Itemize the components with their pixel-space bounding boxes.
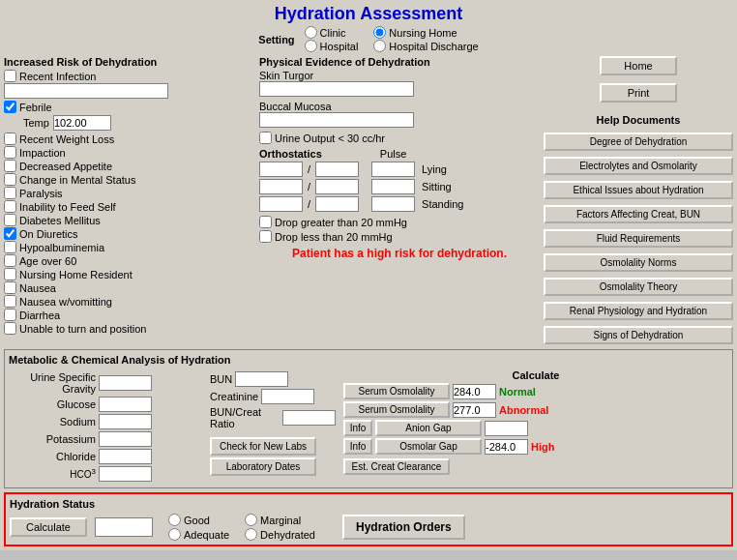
hydration-orders-btn[interactable]: Hydration Orders <box>342 515 465 540</box>
sitting-label: Sitting <box>422 181 452 192</box>
hydration-status-input[interactable] <box>95 517 153 537</box>
decreased-appetite-checkbox[interactable] <box>4 160 16 172</box>
decreased-appetite-label: Decreased Appetite <box>19 161 112 172</box>
skin-turgor-input[interactable] <box>259 81 414 97</box>
buccal-mucosa-input[interactable] <box>259 112 414 128</box>
serum-osmolality-value-1[interactable] <box>453 384 496 399</box>
inability-feed-self-checkbox[interactable] <box>4 200 16 213</box>
nausea-vomitting-label: Nausea w/vomitting <box>19 296 112 308</box>
help-fluid-requirements[interactable]: Fluid Requirements <box>544 229 733 248</box>
standing-label: Standing <box>422 198 463 210</box>
hydration-calculate-btn[interactable]: Calculate <box>10 517 87 537</box>
hydration-marginal-radio[interactable] <box>245 514 257 526</box>
laboratory-dates-button[interactable]: Laboratory Dates <box>210 457 316 476</box>
temp-input[interactable] <box>53 115 111 131</box>
hydration-good-radio[interactable] <box>168 514 181 526</box>
bun-creat-ratio-label: BUN/Creat Ratio <box>210 406 280 429</box>
unable-turn-checkbox[interactable] <box>4 322 16 335</box>
on-diuretics-checkbox[interactable] <box>4 227 16 240</box>
help-renal-physiology[interactable]: Renal Physiology and Hydration <box>544 302 733 320</box>
help-electrolytes-osmolarity[interactable]: Electrolytes and Osmolarity <box>544 157 733 175</box>
impaction-label: Impaction <box>19 147 66 159</box>
est-creat-clearance-btn[interactable]: Est. Creat Clearance <box>343 458 450 475</box>
impaction-checkbox[interactable] <box>4 146 16 159</box>
bun-input[interactable] <box>235 371 288 387</box>
skin-turgor-label: Skin Turgor <box>259 70 540 81</box>
urine-output-checkbox[interactable] <box>259 132 272 144</box>
ortho-sitting-sys[interactable] <box>259 179 303 194</box>
anion-gap-value[interactable] <box>485 421 528 436</box>
ortho-standing-sys[interactable] <box>259 196 303 212</box>
serum-osmolality-btn-1[interactable]: Serum Osmolality <box>343 383 450 399</box>
potassium-label: Potassium <box>9 433 96 445</box>
glucose-input[interactable] <box>99 397 152 412</box>
osmolar-gap-btn[interactable]: Osmolar Gap <box>375 438 482 455</box>
diarrhea-checkbox[interactable] <box>4 309 16 321</box>
hco3-input[interactable] <box>99 466 152 482</box>
nausea-checkbox[interactable] <box>4 281 16 294</box>
recent-infection-label: Recent Infection <box>19 71 97 82</box>
ortho-sitting-dia[interactable] <box>315 179 359 194</box>
setting-clinic-radio[interactable] <box>305 26 317 39</box>
ortho-lying-pulse[interactable] <box>371 162 415 177</box>
drop-less-20-checkbox[interactable] <box>259 230 272 243</box>
serum-osmolality-status-2: Abnormal <box>499 404 548 416</box>
help-ethical-issues[interactable]: Ethical Issues about Hydration <box>544 181 733 199</box>
setting-clinic-label: Clinic <box>320 27 346 39</box>
nausea-vomitting-checkbox[interactable] <box>4 295 16 308</box>
print-button[interactable]: Print <box>600 83 677 103</box>
paralysis-checkbox[interactable] <box>4 187 16 199</box>
recent-weight-loss-checkbox[interactable] <box>4 133 16 145</box>
sodium-label: Sodium <box>9 416 96 427</box>
osmolar-gap-value[interactable] <box>485 439 528 455</box>
creatinine-input[interactable] <box>261 389 314 404</box>
drop-greater-20-checkbox[interactable] <box>259 216 272 228</box>
serum-osmolality-value-2[interactable] <box>453 402 496 418</box>
hydration-dehydrated-radio[interactable] <box>245 528 257 541</box>
help-osmolality-theory[interactable]: Osmolality Theory <box>544 278 733 296</box>
buccal-mucosa-label: Buccal Mucosa <box>259 101 540 112</box>
chloride-label: Chloride <box>9 451 96 462</box>
ortho-sitting-pulse[interactable] <box>371 179 415 194</box>
change-mental-status-checkbox[interactable] <box>4 173 16 186</box>
ortho-standing-pulse[interactable] <box>371 196 415 212</box>
orthostatics-label: Orthostatics <box>259 148 322 160</box>
nursing-home-resident-checkbox[interactable] <box>4 268 16 280</box>
setting-hospital-discharge-radio[interactable] <box>373 40 386 52</box>
osmolar-gap-info-btn[interactable]: Info <box>343 438 372 455</box>
help-degree-dehydration[interactable]: Degree of Dehydration <box>544 133 733 151</box>
help-signs-dehydration[interactable]: Signs of Dehydration <box>544 326 733 344</box>
serum-osmolality-btn-2[interactable]: Serum Osmolality <box>343 401 450 418</box>
bun-label: BUN <box>210 373 232 385</box>
setting-hospital-radio[interactable] <box>305 40 317 52</box>
hypoalbuminemia-checkbox[interactable] <box>4 241 16 253</box>
check-new-labs-button[interactable]: Check for New Labs <box>210 437 316 456</box>
metabolic-header: Metabolic & Chemical Analysis of Hydrati… <box>9 354 728 366</box>
potassium-input[interactable] <box>99 431 152 447</box>
help-factors-affecting[interactable]: Factors Affecting Creat, BUN <box>544 205 733 223</box>
diabetes-mellitus-checkbox[interactable] <box>4 214 16 226</box>
setting-hospital-discharge-label: Hospital Discharge <box>389 41 478 52</box>
help-osmolality-norms[interactable]: Osmolality Norms <box>544 253 733 272</box>
sodium-input[interactable] <box>99 414 152 429</box>
urine-sg-input[interactable] <box>99 375 152 391</box>
anion-gap-info-btn[interactable]: Info <box>343 420 372 436</box>
hydration-adequate-radio[interactable] <box>168 528 181 541</box>
setting-nursing-home-radio[interactable] <box>373 26 386 39</box>
age-over-60-checkbox[interactable] <box>4 254 16 267</box>
febrile-checkbox[interactable] <box>4 101 16 113</box>
hco3-label: HCO3 <box>9 467 96 480</box>
bun-creat-ratio-input[interactable] <box>282 410 336 426</box>
home-button[interactable]: Home <box>600 56 677 75</box>
change-mental-status-label: Change in Mental Status <box>19 174 135 186</box>
hydration-dehydrated-label: Dehydrated <box>260 529 315 541</box>
help-docs-header: Help Documents <box>544 114 733 126</box>
anion-gap-btn[interactable]: Anion Gap <box>375 420 482 436</box>
recent-infection-checkbox[interactable] <box>4 70 16 82</box>
lying-label: Lying <box>422 163 447 175</box>
ortho-lying-dia[interactable] <box>315 162 359 177</box>
chloride-input[interactable] <box>99 449 152 464</box>
ortho-lying-sys[interactable] <box>259 162 303 177</box>
recent-infection-input[interactable] <box>4 83 168 99</box>
ortho-standing-dia[interactable] <box>315 196 359 212</box>
